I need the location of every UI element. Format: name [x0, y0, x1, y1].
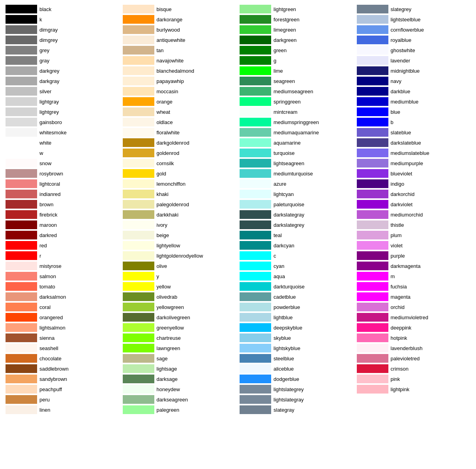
color-name-label: navajowhite — [157, 58, 184, 64]
list-item: aliceblue — [238, 364, 355, 374]
color-name-label: lightslategrey — [274, 386, 304, 392]
color-swatch — [357, 77, 388, 85]
list-item: lightyellow — [121, 240, 238, 251]
list-item: beige — [121, 230, 238, 240]
color-column-3: slategreylightsteelbluecornflowerblueroy… — [355, 4, 472, 415]
color-swatch — [6, 354, 37, 363]
color-name-label: darkgoldenrod — [157, 140, 189, 146]
color-swatch — [357, 303, 388, 311]
color-swatch — [357, 159, 388, 168]
color-name-label: mediumturquoise — [274, 171, 313, 177]
color-swatch — [357, 169, 388, 178]
color-name-label: violet — [391, 243, 403, 249]
color-name-label: olive — [157, 263, 167, 269]
color-name-label: dodgerblue — [274, 376, 299, 382]
color-name-label: darkslateblue — [391, 140, 421, 146]
color-swatch — [6, 107, 37, 116]
list-item: royalblue — [355, 35, 472, 45]
color-swatch — [240, 251, 271, 260]
color-swatch — [123, 210, 154, 219]
color-swatch — [123, 107, 154, 116]
list-item: mediumvioletred — [355, 312, 472, 322]
color-name-label: goldenrod — [157, 150, 180, 156]
color-swatch — [240, 87, 271, 96]
color-swatch — [240, 169, 271, 178]
list-item: lightgreen — [238, 4, 355, 14]
color-swatch — [357, 97, 388, 106]
color-swatch — [123, 159, 154, 168]
list-item: orange — [121, 96, 238, 107]
color-swatch — [123, 251, 154, 260]
color-swatch — [240, 5, 271, 13]
color-name-label: pink — [391, 376, 400, 382]
color-swatch — [123, 46, 154, 55]
list-item: darkslategray — [238, 209, 355, 220]
color-name-label: thistle — [391, 222, 404, 228]
color-name-label: rosybrown — [39, 171, 63, 177]
color-swatch — [6, 128, 37, 137]
list-item: red — [4, 240, 121, 251]
color-name-label: lightsage — [157, 366, 177, 372]
color-name-label: linen — [39, 407, 50, 413]
color-name-label: darkolivegreen — [157, 315, 190, 320]
list-item: oldlace — [121, 117, 238, 127]
list-item: indigo — [355, 179, 472, 189]
color-name-label: springgreen — [274, 99, 301, 105]
color-swatch — [6, 385, 37, 394]
color-swatch — [240, 375, 271, 383]
color-swatch — [240, 210, 271, 219]
color-swatch — [6, 241, 37, 250]
list-item: darkred — [4, 230, 121, 240]
list-item: deepskyblue — [238, 322, 355, 333]
list-item: azure — [238, 179, 355, 189]
color-name-label: gold — [157, 171, 167, 177]
color-name-label: mediumblue — [391, 99, 419, 105]
color-name-label: deeppink — [391, 325, 412, 331]
color-name-label: mediumpurple — [391, 160, 423, 166]
list-item: limegreen — [238, 24, 355, 35]
color-swatch — [6, 190, 37, 198]
color-name-label: red — [39, 243, 47, 249]
color-swatch — [123, 323, 154, 332]
list-item: silver — [4, 86, 121, 96]
color-name-label: lightgray — [39, 99, 59, 105]
list-item: darkgrey — [4, 66, 121, 76]
list-item: tomato — [4, 281, 121, 292]
color-swatch — [240, 241, 271, 250]
list-item: gray — [4, 55, 121, 66]
color-swatch — [6, 46, 37, 55]
color-name-label: cornflowerblue — [391, 27, 424, 33]
color-swatch — [240, 282, 271, 291]
list-item: palevioletred — [355, 353, 472, 364]
list-item: saddlebrown — [4, 364, 121, 374]
color-swatch — [6, 149, 37, 157]
color-swatch — [357, 272, 388, 281]
list-item: floralwhite — [121, 127, 238, 137]
color-name-label: white — [39, 140, 51, 146]
list-item: slateblue — [355, 127, 472, 137]
color-swatch — [6, 251, 37, 260]
color-swatch — [240, 220, 271, 229]
color-name-label: grey — [39, 47, 49, 53]
list-item: darksage — [121, 374, 238, 384]
color-name-label: mediumvioletred — [391, 315, 428, 320]
color-swatch — [123, 5, 154, 13]
color-name-label: midnightblue — [391, 68, 420, 74]
color-name-label: bisque — [157, 6, 172, 12]
color-name-label: plum — [391, 232, 402, 238]
color-swatch — [6, 5, 37, 13]
color-swatch — [240, 107, 271, 116]
color-swatch — [6, 77, 37, 85]
color-name-label: antiquewhite — [157, 37, 186, 43]
color-swatch — [6, 231, 37, 239]
color-swatch — [240, 97, 271, 106]
color-swatch — [123, 333, 154, 342]
color-name-label: darksalmon — [39, 294, 66, 300]
color-name-label: orange — [157, 99, 172, 105]
color-swatch — [240, 262, 271, 270]
color-name-label: lightsalmon — [39, 325, 66, 331]
color-swatch — [123, 118, 154, 126]
list-item: mediumpurple — [355, 158, 472, 168]
color-name-label: lavenderblush — [391, 345, 423, 351]
color-swatch — [123, 77, 154, 85]
